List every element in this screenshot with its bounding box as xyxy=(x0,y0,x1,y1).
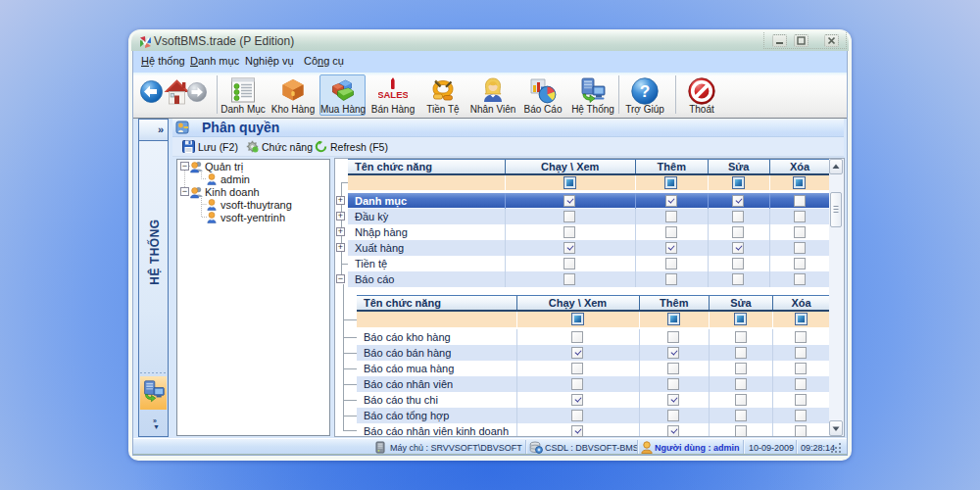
svg-text:?: ? xyxy=(640,81,651,101)
svg-text:SALES: SALES xyxy=(378,89,408,100)
